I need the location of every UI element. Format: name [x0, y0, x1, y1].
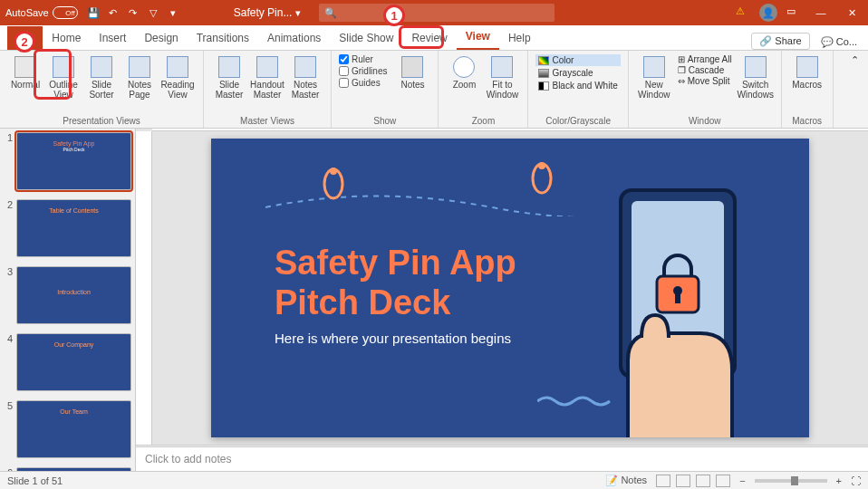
normal-view-button[interactable]: Normal: [7, 54, 43, 91]
vertical-ruler[interactable]: [136, 131, 152, 445]
group-macros: Macros Macros: [782, 51, 834, 128]
svg-point-1: [330, 168, 337, 175]
group-master-views: Slide Master Handout Master Notes Master…: [204, 51, 332, 128]
zoom-in-button[interactable]: +: [836, 475, 842, 486]
reading-view-status-icon[interactable]: [696, 475, 710, 487]
search-box[interactable]: 🔍: [319, 4, 555, 22]
group-show: Ruler Gridlines Guides Notes Show: [332, 51, 439, 128]
slide-thumbnail-2[interactable]: Table of Contents: [16, 199, 131, 257]
gridlines-checkbox[interactable]: Gridlines: [339, 66, 387, 76]
group-presentation-views: Normal Outline View Slide Sorter Notes P…: [0, 51, 204, 128]
reading-view-button[interactable]: Reading View: [159, 54, 196, 101]
group-color-grayscale: Color Grayscale Black and White Color/Gr…: [528, 51, 628, 128]
quick-access-toolbar: 💾 ↶ ↷ ▽ ▾: [87, 6, 179, 19]
slide-editor: Safety Pin AppPitch Deck Here is where y…: [136, 129, 868, 471]
group-window: New Window ⊞Arrange All ❐Cascade ⇔Move S…: [629, 51, 782, 128]
user-avatar[interactable]: 👤: [759, 4, 777, 22]
notes-button[interactable]: Notes: [394, 54, 430, 91]
notes-pane[interactable]: Click to add notes: [136, 446, 868, 471]
new-window-button[interactable]: New Window: [636, 54, 672, 101]
status-bar: Slide 1 of 51 📝 Notes − + ⛶: [0, 471, 868, 489]
title-bar: AutoSave Off 💾 ↶ ↷ ▽ ▾ Safety Pin... ▾ 🔍…: [0, 0, 868, 25]
document-title: Safety Pin...: [234, 6, 293, 19]
zoom-out-button[interactable]: −: [739, 475, 745, 486]
tab-home[interactable]: Home: [43, 26, 90, 50]
safety-pin-right-icon: [528, 160, 555, 197]
bw-option[interactable]: Black and White: [535, 80, 620, 91]
svg-point-3: [538, 162, 545, 169]
slide-canvas-area[interactable]: Safety Pin AppPitch Deck Here is where y…: [152, 131, 868, 445]
guides-checkbox[interactable]: Guides: [339, 78, 387, 88]
tab-help[interactable]: Help: [499, 26, 540, 50]
ribbon: Normal Outline View Slide Sorter Notes P…: [0, 51, 868, 129]
slide-subtitle[interactable]: Here is where your presentation begins: [275, 331, 511, 346]
slide-count[interactable]: Slide 1 of 51: [7, 475, 63, 486]
autosave-label: AutoSave: [5, 7, 49, 18]
macros-button[interactable]: Macros: [789, 54, 825, 91]
collapse-ribbon-button[interactable]: ⌃: [842, 51, 868, 70]
tab-review[interactable]: Review: [402, 26, 456, 50]
safety-pin-left-icon: [320, 166, 347, 202]
slideshow-view-status-icon[interactable]: [716, 475, 730, 487]
slide-thumbnail-3[interactable]: Introduction: [16, 266, 131, 324]
group-zoom: Zoom Fit to Window Zoom: [439, 51, 528, 128]
slide-sorter-button[interactable]: Slide Sorter: [83, 54, 120, 101]
grayscale-option[interactable]: Grayscale: [535, 67, 620, 79]
comments-button[interactable]: 💬 Co...: [814, 34, 864, 50]
switch-windows-button[interactable]: Switch Windows: [738, 54, 774, 101]
tab-view[interactable]: View: [457, 24, 499, 50]
search-icon: 🔍: [324, 7, 337, 19]
slide-master-button[interactable]: Slide Master: [211, 54, 247, 101]
workspace: 1Safety Pin AppPitch Deck 2Table of Cont…: [0, 129, 868, 471]
zoom-slider[interactable]: [755, 479, 827, 483]
fit-to-window-status-icon[interactable]: ⛶: [851, 475, 861, 486]
slide-title[interactable]: Safety Pin AppPitch Deck: [275, 243, 516, 322]
share-button[interactable]: 🔗 Share: [751, 33, 809, 50]
redo-icon[interactable]: ↷: [127, 6, 140, 19]
ruler-checkbox[interactable]: Ruler: [339, 54, 387, 64]
tab-file[interactable]: File: [7, 26, 43, 50]
outline-view-button[interactable]: Outline View: [45, 54, 82, 101]
tab-slide-show[interactable]: Slide Show: [330, 26, 402, 50]
slide-thumbnail-5[interactable]: Our Team: [16, 400, 131, 458]
notes-page-button[interactable]: Notes Page: [121, 54, 158, 101]
slide-thumbnail-6[interactable]: [16, 467, 131, 471]
zoom-button[interactable]: Zoom: [446, 54, 482, 91]
save-icon[interactable]: 💾: [87, 6, 100, 19]
ribbon-tabs: File Home Insert Design Transitions Anim…: [0, 25, 868, 51]
slide-thumbnail-1[interactable]: Safety Pin AppPitch Deck: [16, 132, 131, 190]
tab-insert[interactable]: Insert: [90, 26, 135, 50]
slide-thumbnail-4[interactable]: Our Company: [16, 333, 131, 391]
autosave-toggle[interactable]: AutoSave Off: [5, 6, 78, 19]
slide-canvas[interactable]: Safety Pin AppPitch Deck Here is where y…: [211, 139, 809, 437]
notes-master-button[interactable]: Notes Master: [287, 54, 323, 101]
arrange-all-button[interactable]: ⊞Arrange All: [678, 54, 732, 64]
fit-to-window-button[interactable]: Fit to Window: [484, 54, 520, 101]
move-split-button[interactable]: ⇔Move Split: [678, 76, 732, 86]
normal-view-status-icon[interactable]: [656, 475, 670, 487]
status-notes-button[interactable]: 📝 Notes: [605, 475, 647, 486]
hand-icon: [592, 297, 755, 437]
handout-master-button[interactable]: Handout Master: [249, 54, 285, 101]
color-option[interactable]: Color: [535, 54, 620, 66]
qat-dropdown-icon[interactable]: ▾: [167, 6, 179, 19]
start-from-beginning-icon[interactable]: ▽: [147, 6, 159, 19]
slide-thumbnails-pane[interactable]: 1Safety Pin AppPitch Deck 2Table of Cont…: [0, 129, 136, 471]
tab-animations[interactable]: Animations: [258, 26, 330, 50]
cascade-button[interactable]: ❐Cascade: [678, 65, 732, 75]
sorter-view-status-icon[interactable]: [676, 475, 690, 487]
tab-transitions[interactable]: Transitions: [188, 26, 258, 50]
phone-hand-illustration: [592, 188, 773, 437]
autosave-state: Off: [53, 6, 78, 19]
tab-design[interactable]: Design: [135, 26, 187, 50]
warning-icon[interactable]: ⚠: [736, 5, 750, 20]
title-dropdown-icon[interactable]: ▾: [295, 7, 301, 19]
undo-icon[interactable]: ↶: [107, 6, 120, 19]
close-button[interactable]: ✕: [841, 7, 863, 19]
minimize-button[interactable]: —: [810, 7, 832, 18]
ribbon-display-icon[interactable]: ▭: [786, 5, 801, 20]
